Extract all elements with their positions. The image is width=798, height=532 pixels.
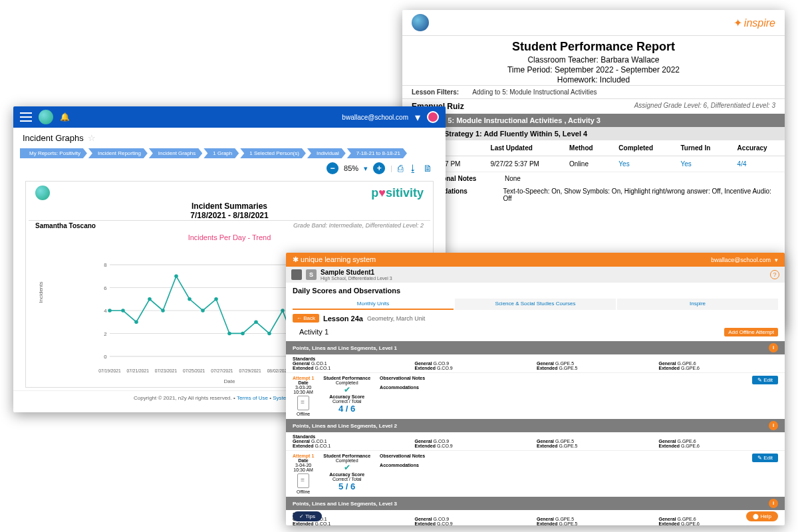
svg-point-20 — [108, 309, 112, 313]
toolbar: − 85% ▾ + | ⎙ ⭳ 🗎 — [13, 158, 446, 178]
chevron-down-icon[interactable]: ▾ — [415, 111, 420, 124]
zoom-value: 85% — [344, 164, 358, 172]
svg-point-24 — [161, 309, 165, 313]
levels-container: Points, Lines and Line Segments, Level 1… — [286, 341, 785, 525]
svg-point-31 — [254, 320, 258, 324]
edit-button[interactable]: ✎ Edit — [752, 454, 778, 462]
unique-brand: unique learning system — [293, 255, 376, 264]
chevron-down-icon[interactable]: ▾ — [775, 257, 778, 263]
tab-monthly[interactable]: Monthly Units — [293, 299, 454, 310]
chart-title: Incidents Per Day - Trend — [29, 233, 430, 241]
grade-level: Assigned Grade Level: 6, Differentiated … — [634, 102, 775, 111]
period-line: Time Period: September 2022 - September … — [402, 65, 785, 74]
chevron-down-icon[interactable]: ▾ — [364, 164, 368, 173]
svg-point-30 — [241, 332, 245, 336]
lesson-name: Lesson 24a — [323, 315, 363, 323]
zoom-in-button[interactable]: + — [373, 162, 385, 174]
info-icon[interactable]: i — [769, 421, 778, 430]
level-bar[interactable]: Points, Lines and Line Segments, Level 2… — [286, 419, 785, 432]
report-header: inspire — [402, 10, 785, 36]
breadcrumb-item[interactable]: My Reports: Positivity — [20, 148, 87, 158]
help-icon[interactable]: ? — [770, 270, 779, 279]
col-accuracy: Accuracy — [728, 140, 785, 156]
student-name: Sample Student1 — [321, 269, 392, 276]
obs-notes-row: Observational Notes None — [402, 172, 785, 185]
obs-value: None — [505, 175, 521, 182]
profile-avatar[interactable] — [427, 111, 439, 123]
accom-row: Accommodations Text-to-Speech: On, Show … — [402, 185, 785, 205]
cell-turned-in[interactable]: Yes — [671, 156, 728, 172]
attempt-performance: Student PerformanceCompleted✔Accuracy Sc… — [323, 454, 370, 494]
breadcrumb-item[interactable]: 1 Graph — [203, 148, 239, 158]
svg-point-27 — [201, 309, 205, 313]
activity-row: Activity 1 Add Offline Attempt — [286, 327, 785, 341]
breadcrumb-item[interactable]: 7-18-21 to 8-18-21 — [347, 148, 407, 158]
document-icon[interactable]: 🗎 — [423, 163, 432, 174]
section-title: Daily Scores and Observations — [286, 283, 785, 299]
report-title: Student Performance Report — [402, 40, 785, 54]
tab-science[interactable]: Science & Social Studies Courses — [455, 299, 616, 310]
info-icon[interactable]: i — [769, 343, 778, 352]
zoom-out-button[interactable]: − — [327, 162, 338, 174]
breadcrumb-item[interactable]: Individual — [307, 148, 346, 158]
level-bar[interactable]: Points, Lines and Line Segments, Level 3… — [286, 497, 785, 510]
cell-updated: 9/27/22 5:37 PM — [481, 156, 561, 172]
attempt-row: Attempt 1Date3-03-2010:30 AMOffline Stud… — [286, 372, 785, 419]
svg-point-32 — [267, 332, 271, 336]
user-email[interactable]: bwallace@school.com — [711, 257, 771, 263]
tips-button[interactable]: ✓ Tips — [293, 511, 322, 521]
unique-scores-window: unique learning system bwallace@school.c… — [286, 253, 785, 525]
download-icon[interactable]: ⭳ — [408, 163, 418, 174]
activity-title: Activity 1 — [293, 327, 335, 337]
cell-method: Online — [560, 156, 609, 172]
user-email[interactable]: bwallace@school.com — [342, 114, 408, 121]
lesson-filters: Lesson Filters: Adding to 5: Module Inst… — [402, 85, 785, 99]
attempt-performance: Student PerformanceCompleted✔Accuracy Sc… — [323, 376, 370, 416]
svg-point-25 — [174, 275, 178, 279]
cell-completed[interactable]: Yes — [609, 156, 671, 172]
attempt-notes: Observational NotesAccommodations — [380, 376, 425, 416]
tab-inspire[interactable]: Inspire — [617, 299, 778, 310]
terms-link[interactable]: Terms of Use — [237, 395, 268, 401]
student-name: Samantha Toscano — [35, 222, 96, 229]
help-button[interactable]: ⬤ Help — [746, 511, 778, 521]
svg-point-23 — [148, 297, 152, 301]
filters-label: Lesson Filters: — [412, 88, 459, 96]
attempt-row: Attempt 1Date3-04-2010:30 AMOffline Stud… — [286, 450, 785, 497]
document-icon — [297, 396, 309, 410]
breadcrumb-item[interactable]: Incident Reporting — [88, 148, 148, 158]
edit-button[interactable]: ✎ Edit — [752, 376, 778, 384]
col-updated: Last Updated — [481, 140, 561, 156]
copyright: Copyright © 2021, n2y All rights reserve… — [134, 395, 237, 401]
standards-row: StandardsGeneral G.CO.1Extended G.CO.1Ge… — [286, 510, 785, 525]
lesson-subtitle: Geometry, March Unit — [367, 315, 425, 322]
level-bar[interactable]: Points, Lines and Line Segments, Level 1… — [286, 341, 785, 354]
hamburger-icon[interactable] — [20, 112, 32, 122]
add-offline-button[interactable]: Add Offline Attempt — [724, 328, 778, 336]
svg-text:07/23/2021: 07/23/2021 — [155, 368, 178, 373]
breadcrumb: My Reports: PositivityIncident Reporting… — [13, 148, 446, 158]
table-header-row: Start Date Last Updated Method Completed… — [402, 140, 785, 156]
standards-row: StandardsGeneral G.CO.1Extended G.CO.1Ge… — [286, 432, 785, 450]
svg-text:8: 8 — [104, 262, 106, 268]
attempt-date: Attempt 1Date3-04-2010:30 AMOffline — [293, 454, 314, 494]
svg-point-33 — [281, 309, 285, 313]
user-icon — [291, 269, 302, 280]
report-dates: 7/18/2021 - 8/18/2021 — [29, 211, 430, 220]
favorite-star-icon[interactable]: ☆ — [88, 133, 96, 143]
cell-accuracy[interactable]: 4/4 — [728, 156, 785, 172]
breadcrumb-item[interactable]: Incident Graphs — [149, 148, 202, 158]
report-title: Incident Summaries — [29, 201, 430, 211]
app-logo[interactable] — [39, 110, 53, 124]
svg-point-22 — [134, 320, 138, 324]
bell-icon[interactable]: 🔔 — [60, 112, 70, 122]
attempt-notes: Observational NotesAccommodations — [380, 454, 425, 494]
info-icon[interactable]: i — [769, 499, 778, 508]
print-icon[interactable]: ⎙ — [398, 163, 403, 174]
breadcrumb-item[interactable]: 1 Selected Person(s) — [240, 148, 306, 158]
n2y-logo — [412, 14, 429, 31]
check-icon: ✔ — [323, 385, 370, 394]
col-method: Method — [560, 140, 609, 156]
svg-text:07/25/2021: 07/25/2021 — [183, 368, 205, 373]
back-button[interactable]: ← Back — [293, 314, 319, 323]
